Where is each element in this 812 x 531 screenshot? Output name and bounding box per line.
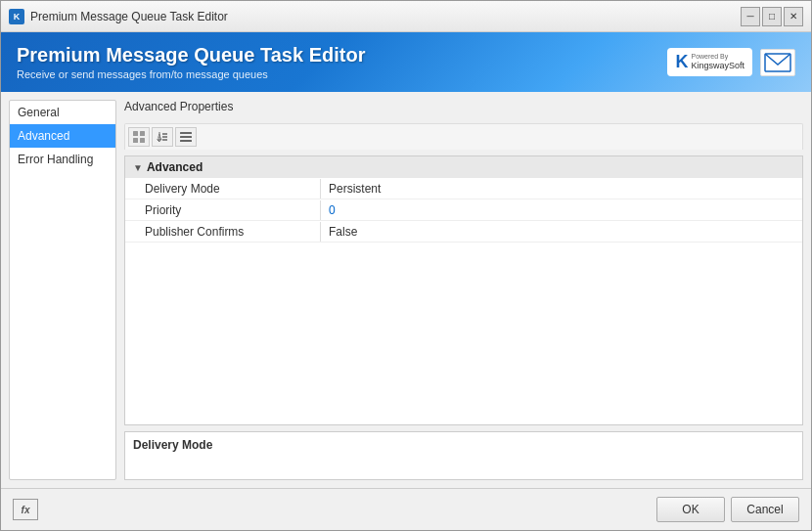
prop-row-priority: Priority 0 [125,199,802,221]
minimize-button[interactable]: ─ [741,7,760,26]
sidebar-item-general[interactable]: General [10,101,115,124]
header-title-area: Premium Message Queue Task Editor Receiv… [17,44,365,80]
footer-left: fx [13,499,38,520]
description-title: Delivery Mode [133,438,794,452]
header-title: Premium Message Queue Task Editor [17,44,365,66]
prop-row-delivery-mode: Delivery Mode Persistent [125,178,802,199]
categorized-btn[interactable] [128,127,150,147]
svg-rect-9 [180,132,192,134]
section-header-advanced[interactable]: ▼ Advanced [125,156,802,178]
properties-table: ▼ Advanced Delivery Mode Persistent Prio… [124,155,803,425]
sidebar-item-error-handling-label: Error Handling [18,153,93,166]
close-button[interactable]: ✕ [784,7,803,26]
panel-label: Advanced Properties [124,100,803,113]
prop-name-delivery-mode: Delivery Mode [125,179,321,199]
cancel-button[interactable]: Cancel [731,497,799,522]
fx-button[interactable]: fx [13,499,38,520]
sidebar-item-advanced[interactable]: Advanced [10,124,115,148]
sidebar: General Advanced Error Handling [9,100,116,480]
description-panel: Delivery Mode [124,431,803,480]
logo-brand: KingswaySoft [691,61,744,71]
alphabetical-btn[interactable]: A [152,127,173,147]
footer: fx OK Cancel [1,488,811,530]
sidebar-item-advanced-label: Advanced [18,129,69,143]
app-icon: K [9,9,24,24]
title-bar-controls: ─ □ ✕ [741,7,803,26]
sidebar-item-error-handling[interactable]: Error Handling [10,148,115,171]
main-content: General Advanced Error Handling Advanced… [1,92,811,488]
maximize-button[interactable]: □ [762,7,782,26]
prop-value-delivery-mode[interactable]: Persistent [321,179,388,199]
logo-powered: Powered By [691,53,744,61]
svg-rect-4 [140,138,145,143]
header-logo: K Powered By KingswaySoft [667,48,795,76]
logo-k: K [675,52,688,72]
envelope-icon [760,49,795,76]
svg-rect-10 [180,136,192,138]
footer-right: OK Cancel [656,497,799,522]
svg-rect-11 [180,140,192,142]
ok-button[interactable]: OK [656,497,725,522]
prop-value-priority[interactable]: 0 [321,200,343,220]
title-bar: K Premium Message Queue Task Editor ─ □ … [1,1,811,32]
logo-box: K Powered By KingswaySoft [667,48,752,76]
svg-rect-2 [140,131,145,136]
prop-name-priority: Priority [125,200,321,220]
header-banner: Premium Message Queue Task Editor Receiv… [1,32,811,92]
properties-panel: Advanced Properties A [124,100,803,480]
section-title: Advanced [147,160,203,174]
title-bar-left: K Premium Message Queue Task Editor [9,9,228,24]
svg-rect-3 [133,138,138,143]
sidebar-item-general-label: General [18,106,60,119]
header-subtitle: Receive or send messages from/to message… [17,68,365,80]
prop-value-publisher-confirms[interactable]: False [321,222,365,242]
chevron-icon: ▼ [133,162,143,173]
main-window: K Premium Message Queue Task Editor ─ □ … [0,0,812,531]
logo-text: Powered By KingswaySoft [691,53,744,71]
prop-name-publisher-confirms: Publisher Confirms [125,222,321,242]
properties-toolbar: A [124,123,803,150]
prop-row-publisher-confirms: Publisher Confirms False [125,221,802,243]
svg-rect-1 [133,131,138,136]
properties-view-btn[interactable] [175,127,197,147]
window-title: Premium Message Queue Task Editor [30,10,228,23]
